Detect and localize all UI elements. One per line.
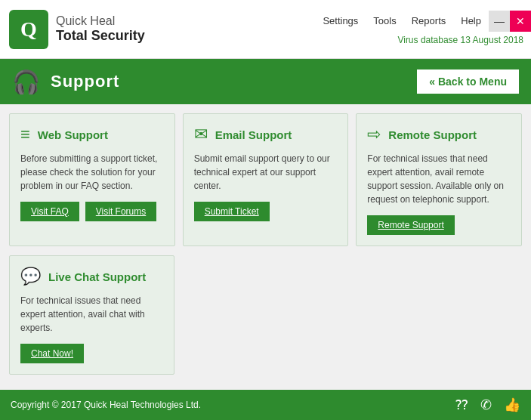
live-chat-header: 💬 Live Chat Support <box>20 267 163 286</box>
remote-support-text: For technical issues that need expert at… <box>367 152 511 206</box>
virus-db-label: Virus database 13 August 2018 <box>397 32 531 48</box>
cards-bottom: 💬 Live Chat Support For technical issues… <box>0 255 531 382</box>
email-support-card: ✉ Email Support Submit email support que… <box>183 113 349 246</box>
app-title-bottom: Total Security <box>56 28 145 44</box>
email-support-title: Email Support <box>215 128 292 141</box>
chat-now-button[interactable]: Chat Now! <box>20 344 84 363</box>
email-support-header: ✉ Email Support <box>194 125 338 144</box>
remote-support-button[interactable]: Remote Support <box>367 215 454 235</box>
support-bar: 🎧 Support « Back to Menu <box>0 59 531 104</box>
email-icon: ✉ <box>194 125 208 144</box>
web-support-text: Before submitting a support ticket, plea… <box>20 152 164 193</box>
live-chat-buttons: Chat Now! <box>20 344 163 363</box>
header-right: Settings Tools Reports Help — ✕ Virus da… <box>315 11 531 48</box>
remote-support-buttons: Remote Support <box>367 215 511 235</box>
logo-box: Q <box>9 10 48 49</box>
web-support-header: ≡ Web Support <box>20 125 164 144</box>
visit-faq-button[interactable]: Visit FAQ <box>20 202 79 221</box>
submit-ticket-button[interactable]: Submit Ticket <box>194 202 270 221</box>
menu-settings[interactable]: Settings <box>315 12 366 29</box>
footer: Copyright © 2017 Quick Heal Technologies… <box>0 390 531 420</box>
menu-reports[interactable]: Reports <box>404 12 454 29</box>
header: Q Quick Heal Total Security Settings Too… <box>0 0 531 59</box>
remote-icon: ⇨ <box>367 125 381 144</box>
remote-support-title: Remote Support <box>388 128 477 141</box>
chat-icon: 💬 <box>20 267 41 286</box>
close-button[interactable]: ✕ <box>510 11 531 32</box>
web-support-icon: ≡ <box>20 125 30 144</box>
app-title: Quick Heal Total Security <box>56 14 145 44</box>
email-support-text: Submit email support query to our techni… <box>194 152 338 193</box>
phone-icon[interactable]: ✆ <box>480 397 492 413</box>
back-to-menu-button[interactable]: « Back to Menu <box>417 69 519 94</box>
footer-icons: ⁇ ✆ 👍 <box>455 397 520 413</box>
support-bar-left: 🎧 Support <box>12 69 119 95</box>
menu-help[interactable]: Help <box>453 12 489 29</box>
remote-support-header: ⇨ Remote Support <box>367 125 511 144</box>
web-support-card: ≡ Web Support Before submitting a suppor… <box>9 113 175 246</box>
remote-support-card: ⇨ Remote Support For technical issues th… <box>356 113 522 246</box>
support-title: Support <box>51 72 119 91</box>
live-chat-text: For technical issues that need expert at… <box>20 294 163 335</box>
cards-grid: ≡ Web Support Before submitting a suppor… <box>0 104 531 255</box>
thumbsup-icon[interactable]: 👍 <box>504 397 520 413</box>
live-chat-title: Live Chat Support <box>48 270 146 283</box>
live-chat-card: 💬 Live Chat Support For technical issues… <box>9 255 174 375</box>
web-support-buttons: Visit FAQ Visit Forums <box>20 202 164 221</box>
app-title-top: Quick Heal <box>56 14 145 28</box>
logo-letter: Q <box>20 17 37 42</box>
menu-bar: Settings Tools Reports Help — ✕ <box>315 11 531 32</box>
grid-icon[interactable]: ⁇ <box>455 397 468 413</box>
menu-tools[interactable]: Tools <box>366 12 403 29</box>
web-support-title: Web Support <box>38 128 108 141</box>
footer-copyright: Copyright © 2017 Quick Heal Technologies… <box>11 400 201 410</box>
headset-icon: 🎧 <box>12 69 40 95</box>
email-support-buttons: Submit Ticket <box>194 202 338 221</box>
minimize-button[interactable]: — <box>489 11 510 32</box>
visit-forums-button[interactable]: Visit Forums <box>85 202 156 221</box>
header-left: Q Quick Heal Total Security <box>0 2 154 57</box>
